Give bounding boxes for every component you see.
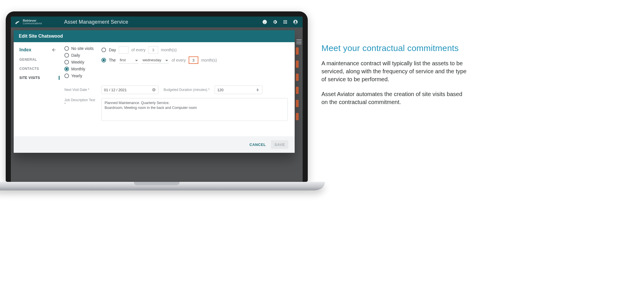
freq-label: Yearly bbox=[71, 74, 82, 78]
cancel-button[interactable]: CANCEL bbox=[249, 140, 266, 149]
index-heading: Index bbox=[19, 47, 31, 52]
duration-label: Budgeted Duration (minutes) * bbox=[164, 88, 209, 92]
freq-label: Daily bbox=[71, 53, 80, 58]
freq-no-visits[interactable]: No site visits bbox=[64, 46, 101, 51]
pattern-the-row[interactable]: The first wednesday bbox=[101, 56, 288, 64]
modal-sidebar: Index GENERAL CONTACTS SITE VISITS bbox=[14, 42, 59, 136]
help-icon[interactable] bbox=[262, 19, 267, 25]
select-value: wednesday bbox=[142, 58, 161, 62]
duration-input[interactable]: 120 bbox=[215, 86, 262, 94]
clear-icon[interactable] bbox=[152, 88, 156, 92]
nav-site-visits[interactable]: SITE VISITS bbox=[19, 76, 60, 80]
freq-weekly[interactable]: Weekly bbox=[64, 60, 101, 64]
nav-general[interactable]: GENERAL bbox=[19, 58, 59, 62]
radio-icon bbox=[101, 48, 106, 52]
pattern-text: month(s) bbox=[161, 48, 177, 52]
date-value: 01 / 12 / 2021 bbox=[104, 88, 127, 92]
apps-icon[interactable] bbox=[283, 19, 288, 25]
pattern-weekday-select[interactable]: wednesday bbox=[141, 57, 169, 64]
save-button-label: SAVE bbox=[274, 143, 285, 147]
background-chips bbox=[296, 47, 299, 120]
job-desc-textarea[interactable]: Planned Maintenance. Quarterly Service. … bbox=[101, 98, 288, 121]
pattern-the-label: The bbox=[109, 58, 116, 62]
modal-title: Edit Site Chatswood bbox=[14, 30, 295, 42]
laptop-mockup: Retriever Communications Asset Managemen… bbox=[6, 11, 308, 190]
freq-monthly[interactable]: Monthly bbox=[64, 67, 101, 71]
freq-label: No site visits bbox=[71, 46, 94, 51]
freq-label: Weekly bbox=[71, 60, 84, 64]
select-value: first bbox=[120, 58, 126, 62]
app-root: Retriever Communications Asset Managemen… bbox=[11, 17, 303, 182]
pattern-day-row[interactable]: Day of every 3 month(s) bbox=[101, 46, 288, 54]
app-header: Retriever Communications Asset Managemen… bbox=[11, 17, 303, 27]
radio-icon bbox=[101, 58, 106, 62]
chevron-down-icon bbox=[135, 59, 138, 62]
pattern-the-months-input[interactable]: 3 bbox=[189, 56, 198, 64]
save-button[interactable]: SAVE bbox=[271, 140, 288, 149]
duration-value: 120 bbox=[217, 88, 223, 92]
copy-heading: Meet your contractual commitments bbox=[321, 43, 467, 53]
brand-line2: Communications bbox=[23, 22, 42, 25]
next-visit-date-input[interactable]: 01 / 12 / 2021 bbox=[101, 86, 158, 94]
stepper-icon[interactable] bbox=[256, 88, 260, 91]
freq-yearly[interactable]: Yearly bbox=[64, 74, 101, 78]
marketing-copy: Meet your contractual commitments A main… bbox=[321, 11, 467, 113]
app-title: Asset Management Service bbox=[64, 19, 128, 25]
back-arrow-icon[interactable] bbox=[51, 47, 56, 52]
pattern-text: of every bbox=[131, 48, 146, 52]
copy-paragraph-2: Asset Aviator automates the creation of … bbox=[321, 90, 467, 106]
stacked-lines-icon bbox=[296, 39, 301, 44]
copy-paragraph-1: A maintenance contract will typically li… bbox=[321, 59, 467, 83]
nav-contacts[interactable]: CONTACTS bbox=[19, 67, 59, 71]
pattern-day-number-input[interactable] bbox=[119, 46, 129, 54]
brand-logo: Retriever Communications bbox=[14, 19, 42, 25]
settings-icon[interactable] bbox=[272, 19, 278, 25]
freq-label: Monthly bbox=[71, 67, 85, 71]
pattern-text: month(s) bbox=[201, 58, 217, 62]
freq-daily[interactable]: Daily bbox=[64, 53, 101, 58]
pattern-day-label: Day bbox=[109, 48, 116, 52]
frequency-group: No site visits Daily Weekly Monthly Year… bbox=[64, 46, 101, 78]
chevron-down-icon bbox=[165, 59, 168, 62]
pattern-ordinal-select[interactable]: first bbox=[119, 57, 138, 64]
account-icon[interactable] bbox=[293, 19, 298, 25]
next-visit-label: Next Visit Date * bbox=[64, 88, 96, 92]
job-desc-label: Job Description Text * bbox=[64, 98, 96, 106]
edit-site-modal: Edit Site Chatswood Index GENERAL CONTAC… bbox=[14, 30, 295, 153]
modal-actions: CANCEL SAVE bbox=[14, 136, 295, 153]
pattern-day-months-input[interactable]: 3 bbox=[148, 46, 158, 54]
modal-content: No site visits Daily Weekly Monthly Year… bbox=[59, 42, 295, 136]
pattern-text: of every bbox=[172, 58, 186, 62]
